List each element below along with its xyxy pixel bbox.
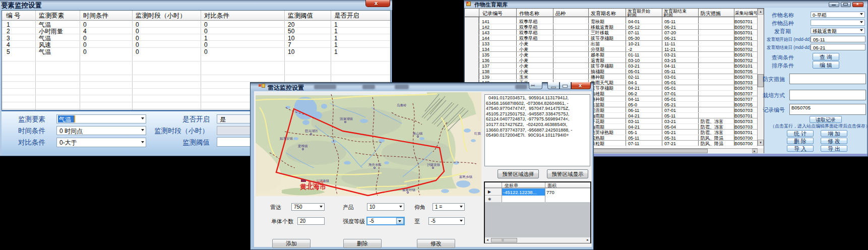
svg-text:海舟水库: 海舟水库 [368, 163, 382, 167]
svg-text:乌青岭: 乌青岭 [397, 103, 407, 107]
svg-text:洛山镇: 洛山镇 [413, 132, 423, 136]
svg-text:金家圩镇: 金家圩镇 [402, 188, 416, 192]
svg-text:清瀑湖镇: 清瀑湖镇 [340, 117, 353, 121]
svg-text:如东安镇: 如东安镇 [280, 137, 293, 141]
svg-text:黄北海市: 黄北海市 [299, 183, 326, 191]
svg-text:富民乡镇: 富民乡镇 [459, 175, 473, 179]
svg-text:巨马湖区: 巨马湖区 [305, 129, 319, 133]
svg-text:沙建设镇: 沙建设镇 [427, 163, 441, 167]
svg-text:爱维镇: 爱维镇 [298, 144, 308, 148]
svg-text:红旗: 红旗 [474, 132, 481, 135]
